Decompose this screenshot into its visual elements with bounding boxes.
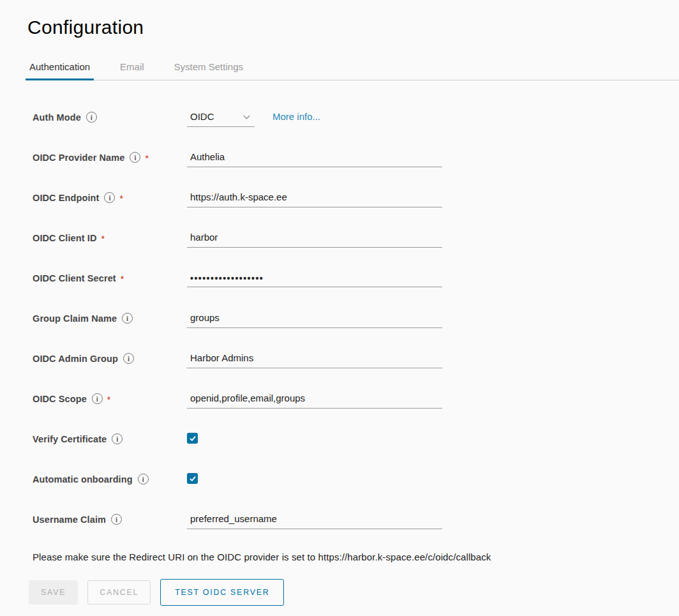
field-label-oidc-provider-name: OIDC Provider Name: [33, 153, 124, 163]
form-row-oidc-provider-name: OIDC Provider Namei*Authelia: [29, 150, 679, 168]
info-icon[interactable]: i: [86, 112, 97, 123]
test-oidc-server-button[interactable]: TEST OIDC SERVER: [160, 579, 284, 606]
field-label-auth-mode: Auth Mode: [33, 112, 81, 123]
chevron-down-icon: [243, 113, 251, 121]
tab-authentication[interactable]: Authentication: [26, 57, 94, 80]
required-asterisk: *: [145, 152, 148, 163]
required-asterisk: *: [121, 273, 124, 283]
checkmark-icon: [189, 435, 197, 442]
more-info-link[interactable]: More info...: [272, 110, 320, 122]
oidc-endpoint-input[interactable]: https://auth.k-space.ee: [187, 190, 442, 207]
form-row-verify-certificate: Verify Certificatei: [29, 432, 679, 449]
oidc-admin-group-input[interactable]: Harbor Admins: [187, 351, 442, 368]
auth-mode-select[interactable]: OIDC: [187, 110, 255, 127]
action-buttons: SAVE CANCEL TEST OIDC SERVER: [29, 579, 679, 606]
required-asterisk: *: [107, 393, 110, 404]
field-label-username-claim: Username Claim: [33, 515, 106, 525]
info-icon[interactable]: i: [123, 353, 134, 364]
verify-certificate-checkbox[interactable]: [187, 433, 198, 444]
group-claim-name-input[interactable]: groups: [187, 311, 442, 328]
field-label-group-claim-name: Group Claim Name: [33, 313, 117, 324]
info-icon[interactable]: i: [130, 152, 140, 163]
tab-bar: Authentication Email System Settings: [29, 57, 679, 80]
info-icon[interactable]: i: [112, 433, 123, 444]
form-row-oidc-endpoint: OIDC Endpointi*https://auth.k-space.ee: [29, 190, 679, 208]
checkmark-icon: [189, 475, 197, 483]
select-value: OIDC: [190, 111, 214, 122]
tab-email[interactable]: Email: [116, 57, 148, 80]
field-label-oidc-client-id: OIDC Client ID: [33, 233, 97, 243]
cancel-button[interactable]: CANCEL: [87, 580, 151, 605]
field-label-oidc-admin-group: OIDC Admin Group: [33, 354, 118, 364]
field-label-oidc-client-secret: OIDC Client Secret: [33, 273, 116, 283]
required-asterisk: *: [119, 192, 123, 203]
form-row-auth-mode: Auth ModeiOIDCMore info...: [29, 110, 679, 128]
info-icon[interactable]: i: [111, 514, 122, 525]
oidc-provider-name-input[interactable]: Authelia: [187, 150, 442, 167]
form-row-oidc-client-secret: OIDC Client Secret*••••••••••••••••••: [29, 271, 679, 289]
info-icon[interactable]: i: [138, 474, 149, 485]
form-row-oidc-admin-group: OIDC Admin GroupiHarbor Admins: [29, 351, 679, 369]
auth-settings-form: Auth ModeiOIDCMore info...OIDC Provider …: [29, 110, 679, 530]
form-row-automatic-onboarding: Automatic onboardingi: [29, 472, 679, 490]
oidc-client-id-input[interactable]: harbor: [187, 230, 442, 248]
form-row-group-claim-name: Group Claim Nameigroups: [29, 311, 679, 329]
form-row-oidc-scope: OIDC Scopei*openid,profile,email,groups: [29, 391, 679, 409]
configuration-page: Configuration Authentication Email Syste…: [0, 0, 679, 606]
oidc-client-secret-input[interactable]: ••••••••••••••••••: [187, 271, 442, 287]
field-label-oidc-scope: OIDC Scope: [33, 394, 87, 404]
field-label-automatic-onboarding: Automatic onboarding: [33, 474, 133, 485]
save-button[interactable]: SAVE: [29, 580, 78, 605]
oidc-scope-input[interactable]: openid,profile,email,groups: [187, 391, 442, 409]
form-row-username-claim: Username Claimipreferred_username: [29, 512, 679, 530]
info-icon[interactable]: i: [122, 313, 133, 324]
redirect-uri-note: Please make sure the Redirect URI on the…: [29, 552, 679, 562]
username-claim-input[interactable]: preferred_username: [187, 512, 442, 529]
page-title: Configuration: [27, 17, 679, 38]
info-icon[interactable]: i: [92, 393, 103, 404]
form-row-oidc-client-id: OIDC Client ID*harbor: [29, 230, 679, 248]
info-icon[interactable]: i: [104, 192, 115, 203]
field-label-verify-certificate: Verify Certificate: [33, 434, 107, 444]
required-asterisk: *: [101, 232, 105, 243]
field-label-oidc-endpoint: OIDC Endpoint: [33, 193, 99, 203]
automatic-onboarding-checkbox[interactable]: [187, 473, 198, 484]
tab-system-settings[interactable]: System Settings: [170, 57, 247, 80]
